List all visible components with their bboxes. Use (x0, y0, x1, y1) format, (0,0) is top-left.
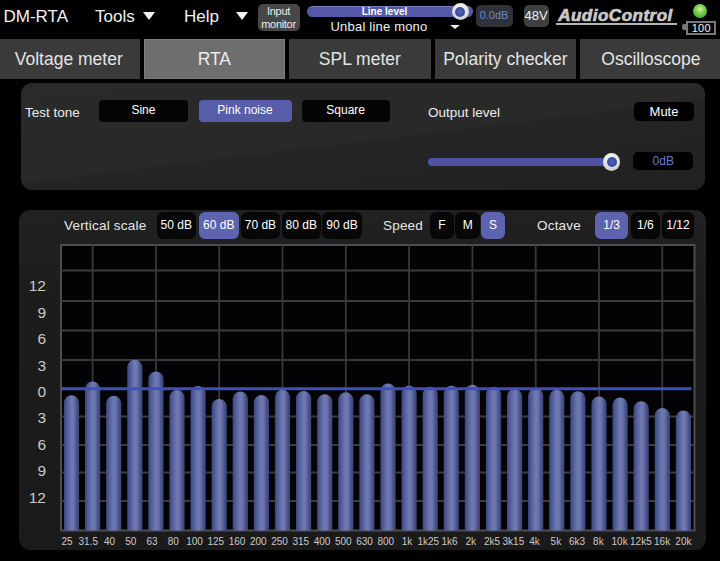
svg-text:63: 63 (146, 536, 158, 547)
svg-text:3: 3 (37, 409, 46, 426)
svg-text:0: 0 (37, 383, 46, 400)
svg-text:6: 6 (37, 436, 46, 453)
svg-text:6k3: 6k3 (569, 536, 586, 547)
svg-text:5k: 5k (551, 536, 563, 547)
svg-text:400: 400 (314, 536, 331, 547)
svg-text:12: 12 (29, 277, 46, 294)
svg-text:315: 315 (292, 536, 309, 547)
svg-text:12: 12 (29, 489, 46, 506)
svg-text:20k: 20k (675, 536, 692, 547)
svg-text:125: 125 (207, 536, 224, 547)
svg-text:9: 9 (37, 462, 46, 479)
svg-text:630: 630 (356, 536, 373, 547)
svg-text:3k15: 3k15 (503, 536, 525, 547)
svg-text:160: 160 (229, 536, 246, 547)
svg-text:80: 80 (168, 536, 180, 547)
svg-text:6: 6 (37, 330, 46, 347)
svg-text:40: 40 (104, 536, 116, 547)
svg-text:2k: 2k (466, 536, 478, 547)
svg-text:1k6: 1k6 (442, 536, 459, 547)
svg-text:250: 250 (271, 536, 288, 547)
svg-text:31.5: 31.5 (79, 536, 99, 547)
svg-text:1k: 1k (402, 536, 414, 547)
svg-text:9: 9 (37, 304, 46, 321)
svg-text:100: 100 (186, 536, 203, 547)
svg-text:12k5: 12k5 (630, 536, 652, 547)
svg-text:50: 50 (125, 536, 137, 547)
svg-text:4k: 4k (529, 536, 541, 547)
svg-text:3: 3 (37, 357, 46, 374)
svg-text:800: 800 (377, 536, 394, 547)
svg-text:200: 200 (250, 536, 267, 547)
svg-text:16k: 16k (654, 536, 671, 547)
svg-text:25: 25 (61, 536, 73, 547)
svg-text:10k: 10k (612, 536, 629, 547)
svg-text:8k: 8k (593, 536, 605, 547)
svg-text:2k5: 2k5 (484, 536, 501, 547)
svg-text:1k25: 1k25 (417, 536, 439, 547)
svg-text:500: 500 (335, 536, 352, 547)
